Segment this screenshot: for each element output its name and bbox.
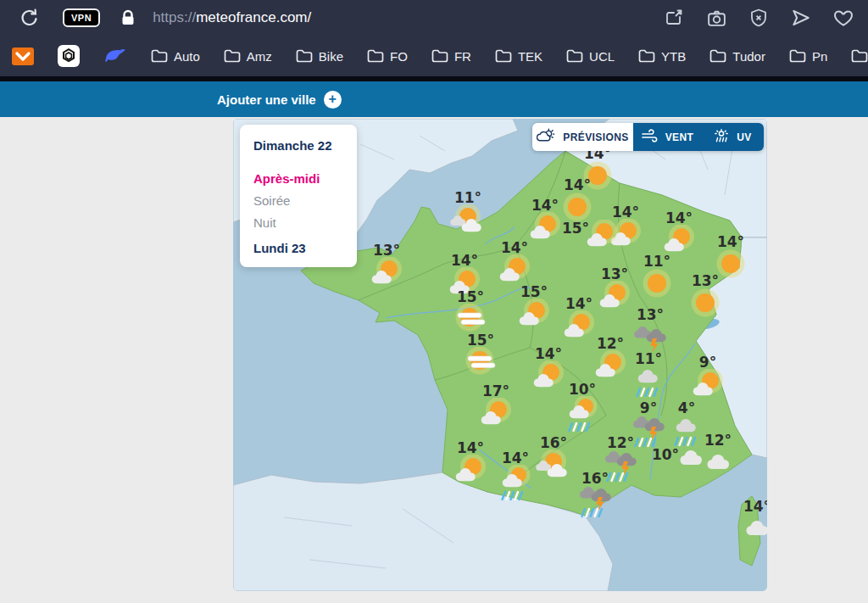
add-city-button[interactable]: Ajouter une ville + xyxy=(217,81,342,117)
weather-station[interactable]: 14° xyxy=(737,500,767,549)
sun-cloud-icon xyxy=(590,350,631,386)
weather-station[interactable]: 12° xyxy=(698,434,738,483)
bookmark-label: FO xyxy=(390,49,408,64)
weather-station[interactable]: 12° xyxy=(590,338,631,386)
station-temperature: 15° xyxy=(467,332,494,349)
bookmark-fo[interactable]: FO xyxy=(365,46,409,67)
bookmark-auto[interactable]: Auto xyxy=(149,46,202,67)
weather-station[interactable]: 10° xyxy=(562,383,603,433)
url-host: meteofrance.com/ xyxy=(196,9,311,25)
bookmark-amz[interactable]: Amz xyxy=(222,46,274,67)
folder-icon xyxy=(367,49,384,63)
weather-station[interactable]: 9° xyxy=(687,356,728,405)
station-temperature: 11° xyxy=(635,350,662,367)
sun-icon xyxy=(637,268,677,304)
bookmark-bike[interactable]: Bike xyxy=(294,46,345,67)
bookmark-label: YTB xyxy=(661,49,686,64)
sun-fog-icon xyxy=(460,347,501,382)
tab-vent[interactable]: VENT xyxy=(633,123,701,151)
station-temperature: 14° xyxy=(502,449,529,466)
station-temperature: 16° xyxy=(581,470,609,487)
weather-station[interactable]: 17° xyxy=(476,385,516,433)
station-temperature: 15° xyxy=(520,283,548,300)
bookmark-tudor[interactable]: Tudor xyxy=(708,46,767,67)
sun-cloud-icon xyxy=(514,299,554,334)
station-temperature: 16° xyxy=(540,434,567,451)
weather-station[interactable]: 16° xyxy=(533,437,574,485)
weather-station[interactable]: 15° xyxy=(514,286,554,334)
station-temperature: 14° xyxy=(451,252,478,269)
camera-icon[interactable] xyxy=(705,7,727,29)
shield-block-icon[interactable] xyxy=(748,7,770,29)
station-temperature: 9° xyxy=(640,399,657,416)
toolbar-right-icons xyxy=(663,7,854,29)
tab-previsions[interactable]: PRÉVISIONS xyxy=(532,123,633,151)
bookmark-tek[interactable]: TEK xyxy=(493,46,544,67)
weather-station[interactable]: 14° xyxy=(450,442,491,490)
sun-cloud-icon xyxy=(450,455,491,490)
weather-station[interactable]: 10° xyxy=(645,449,686,497)
folder-icon xyxy=(638,49,655,63)
folder-icon xyxy=(566,49,583,63)
bookmark-deepseek[interactable] xyxy=(102,43,129,69)
sun-clouds-icon xyxy=(533,449,574,485)
tab-previsions-label: PRÉVISIONS xyxy=(563,131,628,143)
weather-station[interactable]: 15° xyxy=(460,334,501,382)
bookmark-chatgpt[interactable] xyxy=(56,42,81,70)
weather-station[interactable]: 11° xyxy=(637,255,677,304)
thunder-rain-icon xyxy=(575,485,615,521)
weather-map[interactable]: 14°11°14°14°14°14°15°14°13°14°14°11°13°1… xyxy=(233,119,767,591)
capture-edit-icon[interactable] xyxy=(663,7,685,29)
browser-toolbar: VPN https://meteofrance.com/ xyxy=(0,0,868,36)
weather-station[interactable]: 11° xyxy=(628,353,669,399)
slot-soiree[interactable]: Soirée xyxy=(253,193,357,208)
tab-uv[interactable]: UV xyxy=(701,123,764,151)
folder-icon xyxy=(431,49,448,63)
station-temperature: 14° xyxy=(565,295,593,312)
weather-station[interactable]: 13° xyxy=(366,244,407,293)
bookmark-mode[interactable]: Mode xyxy=(849,46,868,67)
slot-nuit[interactable]: Nuit xyxy=(253,215,357,230)
station-temperature: 17° xyxy=(482,382,509,399)
weather-station[interactable]: 15° xyxy=(555,222,596,271)
bookmark-ytb[interactable]: YTB xyxy=(637,46,687,67)
bookmark-mail[interactable] xyxy=(10,43,36,70)
sun-cloud-icon xyxy=(594,281,635,316)
bookmark-label: Amz xyxy=(247,49,272,64)
reload-icon[interactable] xyxy=(15,3,44,32)
day-lundi[interactable]: Lundi 23 xyxy=(253,241,357,255)
forecast-icon xyxy=(537,128,556,146)
station-temperature: 14° xyxy=(564,176,591,193)
forecast-period-panel: Dimanche 22 Après-midi Soirée Nuit Lundi… xyxy=(240,125,357,267)
meteo-appbar: Ajouter une ville + xyxy=(0,81,868,117)
station-temperature: 14° xyxy=(535,345,562,362)
bookmark-label: TEK xyxy=(518,49,542,64)
weather-station[interactable]: 16° xyxy=(575,472,615,521)
station-temperature: 14° xyxy=(501,239,528,256)
day-dimanche[interactable]: Dimanche 22 xyxy=(253,138,357,153)
bookmark-pn[interactable]: Pn xyxy=(787,46,829,67)
bookmark-label: UCL xyxy=(589,49,615,64)
plus-icon: + xyxy=(324,91,342,109)
weather-station[interactable]: 14° xyxy=(495,452,536,502)
weather-station[interactable]: 13° xyxy=(594,268,635,316)
heart-icon[interactable] xyxy=(832,7,854,29)
add-city-label: Ajouter une ville xyxy=(217,92,316,107)
lock-icon[interactable] xyxy=(115,5,141,31)
folder-icon xyxy=(224,49,241,63)
station-temperature: 14° xyxy=(743,498,767,515)
bookmark-ucl[interactable]: UCL xyxy=(565,46,616,67)
sun-cloud-rain-icon xyxy=(562,396,603,433)
sun-cloud-icon xyxy=(581,220,622,255)
weather-station[interactable]: 13° xyxy=(685,275,726,323)
station-temperature: 15° xyxy=(457,288,484,305)
vpn-badge[interactable]: VPN xyxy=(63,8,100,27)
bookmark-fr[interactable]: FR xyxy=(430,46,473,67)
weather-station[interactable]: 11° xyxy=(448,192,488,240)
send-icon[interactable] xyxy=(790,7,812,29)
url-bar[interactable]: https://meteofrance.com/ xyxy=(153,9,311,26)
cloud-icon xyxy=(698,447,738,483)
folder-icon xyxy=(495,49,512,63)
tab-vent-label: VENT xyxy=(665,131,694,143)
slot-apres-midi[interactable]: Après-midi xyxy=(253,171,357,186)
